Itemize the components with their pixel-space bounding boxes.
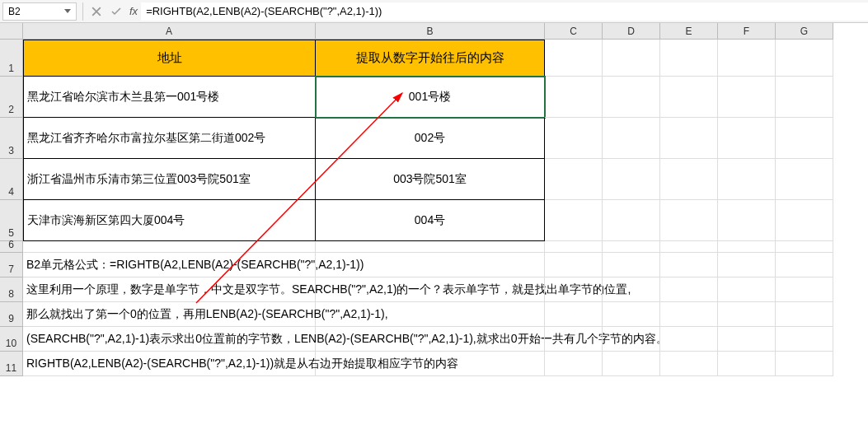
col-header-a[interactable]: A <box>23 23 316 40</box>
cell-d10[interactable] <box>603 327 660 352</box>
cell-d7[interactable] <box>603 253 660 277</box>
cell-f11[interactable] <box>718 352 776 376</box>
cell-a11[interactable]: RIGHTB(A2,LENB(A2)-(SEARCHB("?",A2,1)-1)… <box>23 352 316 376</box>
cell-f10[interactable] <box>718 327 776 352</box>
cell-e7[interactable] <box>660 253 718 277</box>
cell-b6[interactable] <box>316 241 545 253</box>
cell-g5[interactable] <box>776 200 833 241</box>
cell-a9[interactable]: 那么就找出了第一个0的位置，再用LENB(A2)-(SEARCHB("?",A2… <box>23 302 316 327</box>
row-header-1[interactable]: 1 <box>0 40 23 77</box>
cell-g11[interactable] <box>776 352 833 376</box>
cell-b3[interactable]: 002号 <box>316 118 545 159</box>
cell-a4[interactable]: 浙江省温州市乐清市第三位置003号院501室 <box>23 159 316 200</box>
cancel-formula-button[interactable] <box>87 2 106 21</box>
cell-a3[interactable]: 黑龙江省齐齐哈尔市富拉尔基区第二街道002号 <box>23 118 316 159</box>
confirm-formula-button[interactable] <box>106 2 126 21</box>
cell-c3[interactable] <box>545 118 603 159</box>
cell-c1[interactable] <box>545 40 603 77</box>
cell-a7[interactable]: B2单元格公式：=RIGHTB(A2,LENB(A2)-(SEARCHB("?"… <box>23 253 316 277</box>
cell-f1[interactable] <box>718 40 776 77</box>
row-header-10[interactable]: 10 <box>0 327 23 352</box>
cell-b8[interactable] <box>316 277 545 302</box>
cell-f3[interactable] <box>718 118 776 159</box>
row-header-5[interactable]: 5 <box>0 200 23 241</box>
cell-e1[interactable] <box>660 40 718 77</box>
cell-a5[interactable]: 天津市滨海新区第四大厦004号 <box>23 200 316 241</box>
cell-e10[interactable] <box>660 327 718 352</box>
cell-c8[interactable] <box>545 277 603 302</box>
cell-d2[interactable] <box>603 77 660 118</box>
col-header-b[interactable]: B <box>316 23 545 40</box>
cell-e3[interactable] <box>660 118 718 159</box>
cell-g10[interactable] <box>776 327 833 352</box>
cell-f8[interactable] <box>718 277 776 302</box>
cell-c4[interactable] <box>545 159 603 200</box>
cell-d6[interactable] <box>603 241 660 253</box>
cell-c9[interactable] <box>545 302 603 327</box>
cell-e8[interactable] <box>660 277 718 302</box>
row-header-4[interactable]: 4 <box>0 159 23 200</box>
cell-b1[interactable]: 提取从数字开始往后的内容 <box>316 40 545 77</box>
row-header-9[interactable]: 9 <box>0 302 23 327</box>
cell-f9[interactable] <box>718 302 776 327</box>
cell-b2[interactable]: 001号楼 <box>316 77 545 118</box>
cell-b11[interactable] <box>316 352 545 376</box>
cell-e5[interactable] <box>660 200 718 241</box>
cell-b7[interactable] <box>316 253 545 277</box>
cell-a2[interactable]: 黑龙江省哈尔滨市木兰县第一001号楼 <box>23 77 316 118</box>
fx-label[interactable]: fx <box>129 5 138 17</box>
cell-g6[interactable] <box>776 241 833 253</box>
col-header-e[interactable]: E <box>660 23 718 40</box>
cell-e9[interactable] <box>660 302 718 327</box>
cell-b10[interactable] <box>316 327 545 352</box>
cell-d5[interactable] <box>603 200 660 241</box>
col-header-g[interactable]: G <box>776 23 833 40</box>
col-header-d[interactable]: D <box>603 23 660 40</box>
cell-d8[interactable] <box>603 277 660 302</box>
col-header-c[interactable]: C <box>545 23 603 40</box>
cell-e2[interactable] <box>660 77 718 118</box>
cell-g3[interactable] <box>776 118 833 159</box>
cell-f5[interactable] <box>718 200 776 241</box>
cell-f2[interactable] <box>718 77 776 118</box>
cell-b9[interactable] <box>316 302 545 327</box>
cell-b4[interactable]: 003号院501室 <box>316 159 545 200</box>
cell-a8[interactable]: 这里利用一个原理，数字是单字节，中文是双字节。SEARCHB("?",A2,1)… <box>23 277 316 302</box>
cell-f6[interactable] <box>718 241 776 253</box>
select-all-corner[interactable] <box>0 23 23 40</box>
cell-g8[interactable] <box>776 277 833 302</box>
cell-c2[interactable] <box>545 77 603 118</box>
cell-a10[interactable]: (SEARCHB("?",A2,1)-1)表示求出0位置前的字节数，LENB(A… <box>23 327 316 352</box>
cell-d1[interactable] <box>603 40 660 77</box>
cell-c11[interactable] <box>545 352 603 376</box>
cell-a6[interactable] <box>23 241 316 253</box>
cell-c6[interactable] <box>545 241 603 253</box>
row-header-7[interactable]: 7 <box>0 253 23 277</box>
cell-b5[interactable]: 004号 <box>316 200 545 241</box>
formula-input[interactable] <box>141 2 868 21</box>
cell-e4[interactable] <box>660 159 718 200</box>
cell-f4[interactable] <box>718 159 776 200</box>
cell-c5[interactable] <box>545 200 603 241</box>
cell-e11[interactable] <box>660 352 718 376</box>
cell-e6[interactable] <box>660 241 718 253</box>
cell-d11[interactable] <box>603 352 660 376</box>
name-box[interactable]: B2 <box>2 2 77 21</box>
chevron-down-icon[interactable] <box>64 9 71 13</box>
cell-d3[interactable] <box>603 118 660 159</box>
row-header-11[interactable]: 11 <box>0 352 23 376</box>
cell-g4[interactable] <box>776 159 833 200</box>
cell-f7[interactable] <box>718 253 776 277</box>
cell-g2[interactable] <box>776 77 833 118</box>
row-header-3[interactable]: 3 <box>0 118 23 159</box>
cell-g7[interactable] <box>776 253 833 277</box>
cell-c7[interactable] <box>545 253 603 277</box>
row-header-2[interactable]: 2 <box>0 77 23 118</box>
cell-d4[interactable] <box>603 159 660 200</box>
cell-c10[interactable] <box>545 327 603 352</box>
cell-a1[interactable]: 地址 <box>23 40 316 77</box>
cell-d9[interactable] <box>603 302 660 327</box>
col-header-f[interactable]: F <box>718 23 776 40</box>
cell-g9[interactable] <box>776 302 833 327</box>
row-header-6[interactable]: 6 <box>0 241 23 253</box>
